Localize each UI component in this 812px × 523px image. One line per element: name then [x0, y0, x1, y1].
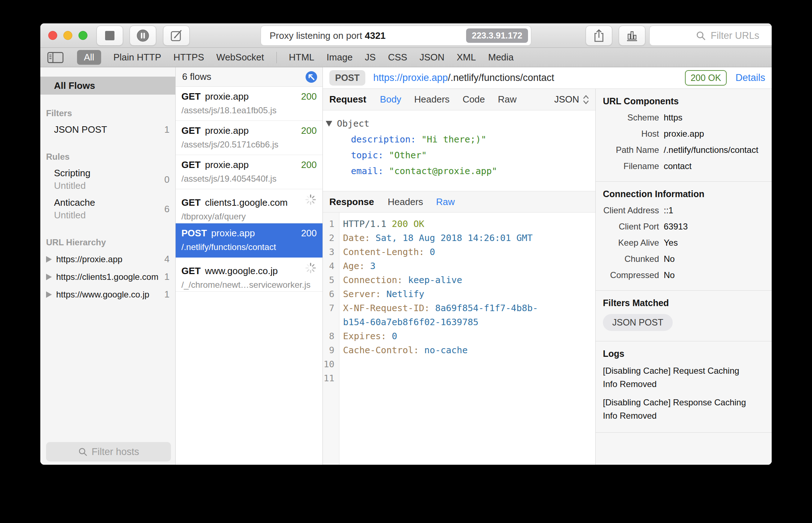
pause-icon	[135, 28, 150, 43]
header-value: keep-alive	[408, 275, 463, 285]
json-field: email"contact@proxie.app"	[351, 166, 592, 176]
line-number: 10	[323, 357, 339, 371]
request-url: https://proxie.app/.netlify/functions/co…	[373, 72, 685, 83]
tab-json[interactable]: JSON	[419, 52, 444, 63]
tab-image[interactable]: Image	[326, 52, 352, 63]
request-url-host: https://proxie.app	[373, 72, 448, 83]
raw-line: 9 Cache-Controlno-cache	[323, 343, 595, 357]
proxy-status-text: Proxy listening on port 4321	[270, 30, 466, 41]
disclosure-triangle-icon[interactable]	[46, 256, 52, 263]
tab-html[interactable]: HTML	[289, 52, 315, 63]
rule-label: Scripting	[54, 168, 164, 179]
flow-row[interactable]: GET proxie.app 200 /assets/js/20.5171c6b…	[176, 121, 322, 155]
loading-spinner-icon	[304, 262, 317, 274]
line-number: 9	[323, 343, 339, 357]
path-label: /.netlify/functions/contact	[181, 242, 317, 252]
line-number: 4	[323, 259, 339, 273]
method-label: GET	[181, 197, 200, 208]
header-value: Sat, 18 Aug 2018 14:26:01 GMT	[375, 233, 533, 243]
host-label: proxie.app	[205, 91, 301, 102]
sidebar-item-www-google-co-jp[interactable]: https://www.google.co.jp 1	[40, 286, 175, 303]
section-title: URL Components	[603, 96, 764, 106]
sidebar-item-rule-anticache[interactable]: Anticache Untitled 6	[40, 194, 175, 224]
proxy-app-window: Proxy listening on port 4321 223.3.91.17…	[40, 23, 772, 465]
logs-section: Logs [Disabling Cache] Request Caching I…	[596, 341, 772, 433]
compose-icon	[169, 28, 184, 43]
header-name: Date	[343, 233, 375, 243]
share-button[interactable]	[586, 26, 612, 46]
section-header-url-hierarchy: URL Hierarchy	[46, 237, 175, 247]
sidebar-item-rule-scripting[interactable]: Scripting Untitled 0	[40, 165, 175, 194]
collapse-triangle-icon[interactable]	[326, 121, 332, 127]
header-name: X-NF-Request-ID	[343, 303, 435, 313]
flow-row[interactable]: GET proxie.app 200 /assets/js/19.4054540…	[176, 155, 322, 189]
host-label: clients1.google.com	[205, 197, 304, 208]
request-tabs: Request Body Headers Code Raw JSON	[323, 89, 595, 110]
row-value: contact	[664, 161, 764, 171]
response-section-label: Response	[329, 196, 374, 208]
json-key: email	[351, 166, 389, 176]
statistics-button[interactable]	[619, 26, 645, 46]
tab-plain-http[interactable]: Plain HTTP	[113, 52, 161, 63]
tab-css[interactable]: CSS	[388, 52, 407, 63]
response-tab-headers[interactable]: Headers	[388, 196, 423, 208]
tab-js[interactable]: JS	[365, 52, 376, 63]
minimize-window-button[interactable]	[63, 31, 72, 40]
zoom-window-button[interactable]	[78, 31, 87, 40]
method-label: POST	[181, 228, 207, 239]
bar-chart-icon	[625, 28, 639, 43]
flow-row-selected[interactable]: POST proxie.app 200 /.netlify/functions/…	[176, 223, 322, 258]
raw-line: 2 DateSat, 18 Aug 2018 14:26:01 GMT	[323, 231, 595, 245]
response-tab-raw[interactable]: Raw	[436, 196, 455, 208]
sidebar-item-proxie-app[interactable]: https://proxie.app 4	[40, 250, 175, 268]
path-label: /assets/js/18.1ea1fb05.js	[181, 105, 317, 115]
line-number: 5	[323, 273, 339, 287]
row-value: 63913	[664, 222, 764, 232]
close-window-button[interactable]	[48, 31, 57, 40]
flow-row[interactable]: GET proxie.app 200 /assets/js/18.1ea1fb0…	[176, 87, 322, 121]
details-link[interactable]: Details	[735, 72, 765, 83]
compose-request-button[interactable]	[163, 26, 190, 46]
format-selector[interactable]: JSON	[554, 94, 590, 105]
sidebar-item-json-post-filter[interactable]: JSON POST 1	[40, 121, 175, 138]
flow-row[interactable]: GET clients1.google.com	[176, 189, 322, 223]
tab-xml[interactable]: XML	[457, 52, 476, 63]
filter-urls-input[interactable]: Filter URLs	[649, 26, 772, 46]
tab-all[interactable]: All	[77, 50, 101, 65]
json-object-root[interactable]: Object	[326, 118, 592, 129]
raw-line: 7 X-NF-Request-ID8a69f854-f1f7-4b8b-b154…	[323, 301, 595, 329]
ip-address-badge[interactable]: 223.3.91.172	[466, 28, 528, 43]
request-tab-headers[interactable]: Headers	[414, 94, 450, 105]
request-body-json: Object description"Hi there;)" topic"Oth…	[323, 110, 595, 191]
request-url-path: /.netlify/functions/contact	[448, 72, 554, 83]
line-number: 6	[323, 287, 339, 301]
section-header-filters: Filters	[46, 108, 175, 118]
log-entry: [Disabling Cache] Request Caching Info R…	[603, 364, 747, 391]
filter-urls-placeholder: Filter URLs	[710, 30, 759, 41]
sidebar: All Flows Filters JSON POST 1 Rules Scri…	[40, 67, 175, 465]
sidebar-toggle-button[interactable]	[47, 51, 64, 64]
disclosure-triangle-icon[interactable]	[46, 274, 52, 280]
flow-row[interactable]: GET www.google.co.jp	[176, 258, 322, 292]
filter-hosts-input[interactable]: Filter hosts	[46, 442, 171, 461]
request-tab-raw[interactable]: Raw	[498, 94, 516, 105]
request-section-label: Request	[329, 94, 366, 105]
disclosure-triangle-icon[interactable]	[46, 291, 52, 298]
status-badge: 200 OK	[685, 70, 727, 86]
sidebar-item-all-flows[interactable]: All Flows	[40, 77, 175, 95]
locate-selected-icon[interactable]	[304, 70, 318, 84]
tab-https[interactable]: HTTPS	[173, 52, 204, 63]
stop-recording-button[interactable]	[96, 26, 123, 46]
status-label: 200	[301, 228, 317, 239]
tab-media[interactable]: Media	[488, 52, 514, 63]
http-status: 200 OK	[392, 219, 424, 229]
row-label: Path Name	[603, 145, 659, 155]
inspector-row: Client Address ::1	[603, 205, 764, 215]
request-tab-code[interactable]: Code	[463, 94, 485, 105]
request-tab-body[interactable]: Body	[380, 94, 401, 105]
pause-button[interactable]	[130, 26, 156, 46]
tab-websocket[interactable]: WebSocket	[216, 52, 264, 63]
line-number: 11	[323, 371, 339, 385]
status-label: 200	[301, 125, 317, 136]
sidebar-item-clients1-google[interactable]: https://clients1.google.com 1	[40, 268, 175, 286]
